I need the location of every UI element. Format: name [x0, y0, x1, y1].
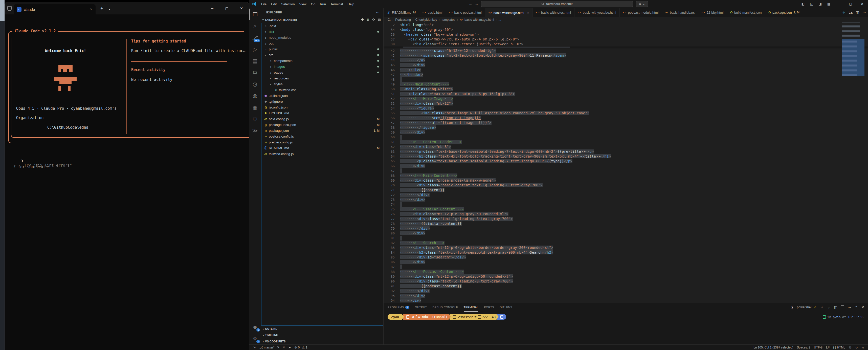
code-line[interactable]: 71··········{{content}}: [383, 188, 868, 192]
project-root-row[interactable]: › TAILWINDUI-TRANSMIT ✚ ⧉ ⟳ ⊟: [261, 17, 383, 23]
split-editor-icon[interactable]: ◫: [856, 10, 859, 14]
menu-go[interactable]: Go: [309, 2, 317, 6]
encoding[interactable]: UTF-8: [812, 346, 824, 349]
tab-basic-withyoutube.html[interactable]: <>basic-withyoutube.html: [575, 8, 620, 17]
tree-item-images[interactable]: ›images: [261, 64, 383, 69]
code-line[interactable]: 84········<h2·class="text-xl·font-semibo…: [383, 250, 868, 255]
integrated-terminal[interactable]: cyan_ tailwindui-transmit ⎇master≡?22 ~4…: [383, 312, 868, 320]
tree-item-out[interactable]: ›out: [261, 40, 383, 46]
code-line[interactable]: 68······<!--·Main·Content·-->: [383, 173, 868, 178]
code-line[interactable]: 83······<div·class="mt-12·p-6·bg-white·b…: [383, 245, 868, 250]
new-folder-icon[interactable]: ⧉: [367, 18, 369, 22]
new-file-icon[interactable]: ✚: [361, 18, 364, 22]
activity-accounts-icon[interactable]: ☻1: [249, 321, 261, 333]
kill-terminal-icon[interactable]: [841, 306, 844, 309]
code-line[interactable]: 51····<div·class="max-w-4xl·mx-auto·px-6…: [383, 92, 868, 96]
code-line[interactable]: 66······</div>: [383, 164, 868, 168]
tab-package.json[interactable]: {}package.json1, M: [765, 8, 803, 17]
new-terminal-icon[interactable]: ＋: [820, 305, 824, 310]
section-timeline[interactable]: ›TIMELINE: [261, 332, 383, 338]
code-line[interactable]: 52······<!--·Hero·Image·-->: [383, 96, 868, 101]
tab-22-bby.html[interactable]: <>22-bby.html: [699, 8, 727, 17]
code-line[interactable]: 91··········{{podcast-content}}: [383, 284, 868, 289]
code-line[interactable]: 61······<!--·Content·Header·-->: [383, 139, 868, 145]
close-icon[interactable]: ✕: [527, 11, 529, 14]
code-line[interactable]: 44········</a>: [383, 58, 868, 63]
code-line[interactable]: 67: [383, 168, 868, 173]
code-line[interactable]: 54········<figure>: [383, 106, 868, 111]
code-line[interactable]: 70········<div·class="basic-content·text…: [383, 183, 868, 188]
activity-chat-icon[interactable]: ⚇: [249, 113, 261, 125]
panel-tab-problems[interactable]: PROBLEMS1: [388, 303, 409, 312]
activity-live-share-icon[interactable]: ◍: [249, 90, 261, 102]
layout-action-label[interactable]: La: [848, 10, 852, 14]
launch-status[interactable]: ➤: [286, 346, 292, 349]
code-line[interactable]: 90········<div·class="text-lg·leading-8·…: [383, 279, 868, 284]
compare-status[interactable]: ⑂: [281, 346, 286, 349]
code-line[interactable]: 79········</div>: [383, 226, 868, 231]
tree-item-prettier.config.js[interactable]: JSprettier.config.js: [261, 139, 383, 145]
activity-remote-explorer-icon[interactable]: ⧉: [249, 67, 261, 78]
tree-item-next.config.js[interactable]: JSnext.config.jsM: [261, 116, 383, 122]
code-line[interactable]: 94····</div>: [383, 298, 868, 303]
menu-view[interactable]: View: [297, 2, 309, 6]
tree-item-dist[interactable]: ›dist: [261, 29, 383, 35]
code-line[interactable]: 64········<h1·class="text-4xl·font-bold·…: [383, 154, 868, 159]
explorer-more-icon[interactable]: ⋯: [376, 10, 380, 14]
tree-item-styles[interactable]: ›styles: [261, 81, 383, 87]
code-line[interactable]: 92········</div>: [383, 289, 868, 293]
tree-item-components[interactable]: ›components: [261, 58, 383, 64]
tree-item-resources[interactable]: ›resources: [261, 75, 383, 81]
remote-indicator[interactable]: ><: [252, 346, 258, 349]
vscode-close-button[interactable]: ✕: [856, 0, 868, 8]
code-line[interactable]: 69······<div·class="prose·prose-lg·max-w…: [383, 178, 868, 183]
activity-explorer-icon[interactable]: ❐: [249, 9, 261, 20]
breadcrumb-ChunkyMunkey[interactable]: ChunkyMunkey: [415, 18, 437, 22]
tab-basic-withimage.html[interactable]: <>basic-withimage.html✕: [485, 8, 533, 17]
code-line[interactable]: 76······<div·class="mt-12·p-6·bg-gray-50…: [383, 212, 868, 217]
tree-item-pages[interactable]: ›pages: [261, 69, 383, 75]
react-devtools-icon[interactable]: ⚛: [842, 10, 845, 14]
indentation[interactable]: Spaces: 2: [795, 346, 812, 349]
code-line[interactable]: 93······</div>: [383, 293, 868, 298]
activity-search-icon[interactable]: ⌕: [249, 20, 261, 32]
vscode-minimize-button[interactable]: ─: [833, 0, 845, 8]
code-line[interactable]: 87: [383, 264, 868, 269]
activity-run-debug-icon[interactable]: ▷: [249, 43, 261, 55]
panel-tab-gitlens[interactable]: GITLENS: [500, 303, 512, 312]
panel-close-icon[interactable]: ✕: [861, 305, 864, 309]
code-line[interactable]: 36 <header class="bg-white shadow-sm">: [383, 32, 868, 37]
menu-help[interactable]: Help: [345, 2, 356, 6]
toggle-sidebar-icon[interactable]: ◧: [799, 2, 807, 6]
cursor-position[interactable]: Ln 105, Col 1 (2397 selected): [752, 346, 795, 349]
activity-testing-icon[interactable]: ◷: [249, 78, 261, 90]
code-line[interactable]: 43··········<span·class="ml-3·text-xl·fo…: [383, 53, 868, 58]
code-line[interactable]: 86······</div>: [383, 260, 868, 264]
toggle-panel-icon[interactable]: ◱: [807, 2, 816, 6]
menu-run[interactable]: Run: [317, 2, 328, 6]
menu-selection[interactable]: Selection: [279, 2, 297, 6]
code-line[interactable]: 57···············alt="{{content-image-al…: [383, 120, 868, 125]
vscode-maximize-button[interactable]: ▢: [845, 0, 856, 8]
code-line[interactable]: 34<body class="bg-gray-50">: [383, 27, 868, 32]
code-line[interactable]: 89······<div·class="mt-12·p-6·bg-indigo-…: [383, 274, 868, 279]
tab-basic.handlebars[interactable]: ∾basic.handlebars: [662, 8, 699, 17]
refresh-icon[interactable]: ⟳: [372, 18, 375, 22]
tab-close-icon[interactable]: ✕: [90, 8, 93, 11]
tree-item-tailwind.css[interactable]: #tailwind.css: [261, 87, 383, 93]
tree-item-.eslintrc.json[interactable]: ◉.eslintrc.json: [261, 93, 383, 99]
copilot-menu[interactable]: ◉⌄: [636, 1, 648, 7]
command-center-search[interactable]: tailwindui-transmit: [481, 1, 633, 7]
code-line[interactable]: 2<html lang="en">: [383, 23, 868, 27]
feedback-icon[interactable]: ☺: [853, 346, 860, 349]
language-mode[interactable]: { }HTML: [831, 346, 847, 349]
sync-icon[interactable]: ⟳: [277, 346, 279, 349]
code-line[interactable]: 63········<p·class="text-base·font-semib…: [383, 149, 868, 154]
collapse-all-icon[interactable]: ⊟: [378, 18, 381, 22]
terminal-maximize-button[interactable]: ▢: [219, 2, 234, 14]
code-line[interactable]: 49··<!--·Main·Content·-->: [383, 82, 868, 87]
tree-item-.next[interactable]: ›.next: [261, 23, 383, 29]
code-line[interactable]: 55··········<img·class="hero-image·w-ful…: [383, 111, 868, 116]
activity-containers-icon[interactable]: ▦: [249, 102, 261, 113]
code-line[interactable]: 56···············src="{{content-image}}": [383, 116, 868, 120]
